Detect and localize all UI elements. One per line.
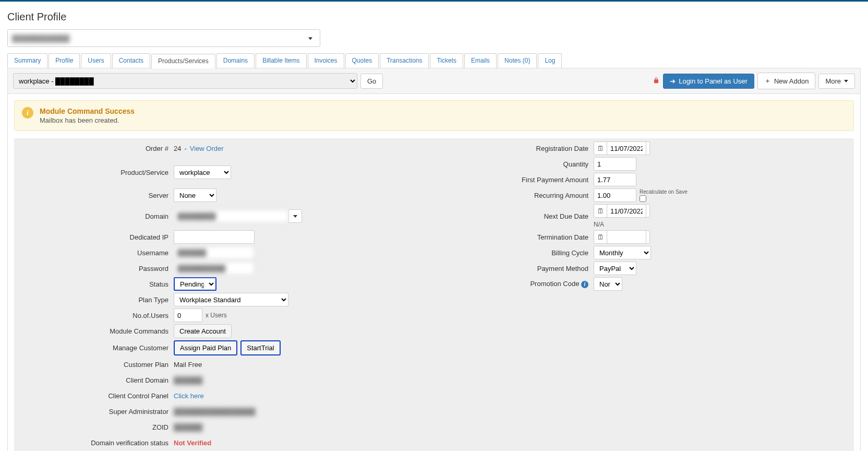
tab-profile[interactable]: Profile xyxy=(49,53,80,68)
termination-date-label: Termination Date xyxy=(437,233,594,241)
tab-notes[interactable]: Notes (0) xyxy=(498,53,537,68)
tab-tickets[interactable]: Tickets xyxy=(430,53,463,68)
domain-verification-label: Domain verification status xyxy=(17,439,174,447)
payment-method-field[interactable]: PayPal xyxy=(594,262,636,275)
tab-domains[interactable]: Domains xyxy=(216,53,255,68)
quantity-label: Quantity xyxy=(437,160,594,168)
start-trial-button[interactable]: StartTrial xyxy=(240,340,280,355)
status-field[interactable]: Pending xyxy=(174,277,216,291)
more-button[interactable]: More xyxy=(818,74,855,89)
tab-billable-items[interactable]: Billable Items xyxy=(256,53,306,68)
password-label: Password xyxy=(17,265,174,272)
zoid-label: ZOID xyxy=(17,423,174,431)
view-order-link[interactable]: View Order xyxy=(190,145,224,152)
recalculate-checkbox[interactable] xyxy=(640,195,646,202)
tab-emails[interactable]: Emails xyxy=(464,53,497,68)
username-label: Username xyxy=(17,249,174,257)
dedicated-ip-label: Dedicated IP xyxy=(17,233,174,241)
product-service-field[interactable]: workplace xyxy=(174,165,231,179)
client-selector[interactable]: ████████████ xyxy=(7,29,320,47)
tab-bar: Summary Profile Users Contacts Products/… xyxy=(7,53,861,68)
next-due-date-field[interactable]: 🗓 xyxy=(594,204,650,218)
client-selector-value: ████████████ xyxy=(12,34,70,42)
alert-success: i Module Command Success Mailbox has bee… xyxy=(14,100,854,131)
product-toolbar: workplace - ████████ Go ➜ Login to Panel… xyxy=(7,68,861,94)
calendar-icon: 🗓 xyxy=(594,233,607,241)
client-control-panel-link[interactable]: Click here xyxy=(174,392,204,400)
next-due-date-label: Next Due Date xyxy=(437,212,594,220)
recurring-amount-field[interactable] xyxy=(594,188,636,202)
go-button[interactable]: Go xyxy=(360,74,383,89)
plus-icon: ＋ xyxy=(764,76,771,86)
calendar-icon: 🗓 xyxy=(594,207,607,215)
promotion-code-label: Promotion Code i xyxy=(437,280,594,288)
tab-quotes[interactable]: Quotes xyxy=(345,53,379,68)
registration-date-label: Registration Date xyxy=(437,145,594,152)
alert-title: Module Command Success xyxy=(40,107,135,115)
customer-plan-label: Customer Plan xyxy=(17,361,174,369)
tab-invoices[interactable]: Invoices xyxy=(308,53,344,68)
tab-contacts[interactable]: Contacts xyxy=(112,53,150,68)
order-label: Order # xyxy=(17,145,174,152)
billing-cycle-label: Billing Cycle xyxy=(437,249,594,257)
domain-label: Domain xyxy=(17,212,174,220)
quantity-field[interactable] xyxy=(594,157,636,171)
server-label: Server xyxy=(17,192,174,199)
plan-type-label: Plan Type xyxy=(17,296,174,304)
recurring-amount-label: Recurring Amount xyxy=(437,192,594,199)
calendar-icon: 🗓 xyxy=(594,145,607,152)
product-service-label: Product/Service xyxy=(17,169,174,176)
password-field[interactable] xyxy=(174,262,255,275)
promotion-code-field[interactable]: None xyxy=(594,277,622,291)
billing-cycle-field[interactable]: Monthly xyxy=(594,246,651,259)
registration-date-field[interactable]: 🗓 xyxy=(594,141,650,155)
dedicated-ip-field[interactable] xyxy=(174,230,255,244)
plan-type-field[interactable]: Workplace Standard xyxy=(174,293,288,306)
order-number: 24 xyxy=(174,145,181,152)
manage-customer-label: Manage Customer xyxy=(17,344,174,352)
termination-date-field[interactable]: 🗓 xyxy=(594,230,650,244)
page-title: Client Profile xyxy=(7,11,861,23)
recalculate-label: Recalculate on Save xyxy=(640,189,688,195)
chevron-down-icon xyxy=(308,34,312,42)
tab-log[interactable]: Log xyxy=(538,53,562,68)
users-suffix: x Users xyxy=(206,312,227,319)
info-icon[interactable]: i xyxy=(581,281,588,288)
module-commands-label: Module Commands xyxy=(17,327,174,335)
no-of-users-field[interactable] xyxy=(174,308,202,322)
assign-paid-plan-button[interactable]: Assign Paid Plan xyxy=(174,340,237,355)
payment-method-label: Payment Method xyxy=(437,265,594,272)
info-icon: i xyxy=(22,107,33,118)
first-payment-field[interactable] xyxy=(594,173,636,186)
next-due-sub: N/A xyxy=(594,221,604,228)
status-label: Status xyxy=(17,280,174,288)
client-domain-label: Client Domain xyxy=(17,376,174,384)
signin-icon: ➜ xyxy=(670,77,676,85)
customer-plan-value: Mail Free xyxy=(174,361,202,369)
tab-users[interactable]: Users xyxy=(81,53,111,68)
caret-down-icon xyxy=(844,80,848,82)
new-addon-button[interactable]: ＋ New Addon xyxy=(757,73,816,89)
tab-summary[interactable]: Summary xyxy=(7,53,47,68)
zoid-value: ██████ xyxy=(174,423,202,431)
no-of-users-label: No.of.Users xyxy=(17,312,174,319)
client-control-panel-label: Client Control Panel xyxy=(17,392,174,400)
server-field[interactable]: None xyxy=(174,188,216,202)
client-domain-value: ██████ xyxy=(174,376,202,384)
padlock-icon xyxy=(653,76,660,86)
super-admin-label: Super Administrator xyxy=(17,408,174,416)
domain-field[interactable] xyxy=(174,209,288,223)
tab-products-services[interactable]: Products/Services xyxy=(151,54,215,68)
login-as-user-button[interactable]: ➜ Login to Panel as User xyxy=(663,74,754,89)
first-payment-label: First Payment Amount xyxy=(437,176,594,184)
domain-verification-value: Not Verified xyxy=(174,439,211,447)
username-field[interactable] xyxy=(174,246,255,259)
create-account-button[interactable]: Create Account xyxy=(174,324,232,338)
super-admin-value: █████████████████ xyxy=(174,408,256,416)
alert-message: Mailbox has been created. xyxy=(40,116,135,124)
domain-dropdown-button[interactable] xyxy=(288,209,302,223)
tab-transactions[interactable]: Transactions xyxy=(380,53,429,68)
product-service-select[interactable]: workplace - ████████ xyxy=(13,73,357,89)
